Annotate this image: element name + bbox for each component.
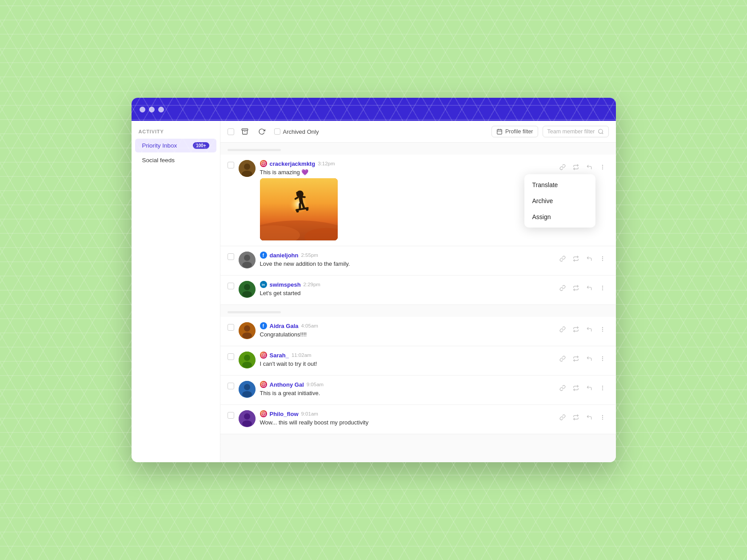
username-philo-flow[interactable]: Philo_flow <box>270 411 299 417</box>
archived-checkbox[interactable] <box>274 128 280 135</box>
archived-only-label: Archived Only <box>283 128 319 135</box>
team-filter-label: Team member filter <box>547 128 595 135</box>
retweet-action-icon[interactable] <box>570 282 582 294</box>
link-action-icon[interactable] <box>556 411 569 424</box>
link-action-icon[interactable] <box>556 323 569 336</box>
feed-text-crackerjackmktg: This is amazing 💜 <box>260 169 552 176</box>
reply-action-icon[interactable] <box>583 161 595 173</box>
svg-rect-1 <box>497 129 502 134</box>
profile-filter[interactable]: Profile filter <box>491 126 538 137</box>
app-body: ACTIVITY Priority Inbox 100+ Social feed… <box>132 121 616 462</box>
svg-point-45 <box>242 332 252 339</box>
instagram-icon <box>260 160 267 167</box>
feed-item-checkbox[interactable] <box>228 162 234 168</box>
feed-item-actions-philo-flow <box>556 411 609 424</box>
username-aidra-gala[interactable]: Aidra Gala <box>270 323 299 329</box>
svg-point-54 <box>264 354 264 354</box>
app-window: ACTIVITY Priority Inbox 100+ Social feed… <box>132 98 616 462</box>
dropdown-item-archive[interactable]: Archive <box>524 193 595 209</box>
reply-action-icon[interactable] <box>583 252 595 265</box>
reply-action-icon[interactable] <box>583 411 595 424</box>
feed-text-swimspesh: Let's get started <box>260 290 552 296</box>
feed-item-header: Philo_flow 9:01am <box>260 410 552 417</box>
titlebar-dot-3[interactable] <box>158 107 164 112</box>
more-action-icon[interactable]: Translate Archive Assign <box>596 161 609 173</box>
feed-item-checkbox[interactable] <box>228 283 234 289</box>
username-anthony-gal[interactable]: Anthony Gal <box>270 381 304 388</box>
reply-action-icon[interactable] <box>583 382 595 394</box>
link-action-icon[interactable] <box>556 161 569 173</box>
feed-item-checkbox[interactable] <box>228 353 234 360</box>
svg-point-74 <box>602 417 603 418</box>
avatar-crackerjackmktg <box>239 160 256 177</box>
retweet-action-icon[interactable] <box>570 382 582 394</box>
refresh-icon-btn[interactable] <box>256 125 268 138</box>
username-danieljohn[interactable]: danieljohn <box>270 252 299 259</box>
link-action-icon[interactable] <box>556 252 569 265</box>
feed-item-checkbox[interactable] <box>228 412 234 419</box>
reply-action-icon[interactable] <box>583 352 595 365</box>
timestamp-crackerjackmktg: 3:12pm <box>318 161 335 166</box>
svg-point-73 <box>602 415 603 416</box>
feed-item-header: Anthony Gal 9:05am <box>260 381 552 388</box>
feed-item-header: crackerjackmktg 3:12pm <box>260 160 552 167</box>
avatar-anthony-gal <box>239 381 256 398</box>
svg-point-36 <box>602 260 603 261</box>
dropdown-item-translate[interactable]: Translate <box>524 177 595 193</box>
feed-item-crackerjackmktg: crackerjackmktg 3:12pm This is amazing 💜 <box>220 155 616 246</box>
titlebar-dot-1[interactable] <box>140 107 145 112</box>
retweet-action-icon[interactable] <box>570 161 582 173</box>
retweet-action-icon[interactable] <box>570 411 582 424</box>
username-swimspesh[interactable]: swimspesh <box>270 281 301 288</box>
sidebar-item-social-feeds[interactable]: Social feeds <box>135 153 216 167</box>
archived-only-filter[interactable]: Archived Only <box>274 128 319 135</box>
svg-rect-0 <box>242 129 248 130</box>
dropdown-item-assign[interactable]: Assign <box>524 209 595 225</box>
link-action-icon[interactable] <box>556 282 569 294</box>
svg-point-56 <box>602 358 603 359</box>
username-sarah[interactable]: Sarah_ <box>270 352 289 359</box>
more-action-icon[interactable] <box>596 323 609 336</box>
titlebar-dot-2[interactable] <box>149 107 155 112</box>
svg-point-48 <box>602 331 603 332</box>
feed-item-body: Sarah_ 11:02am I can't wait to try it ou… <box>260 352 552 370</box>
more-action-icon[interactable] <box>596 252 609 265</box>
sidebar-item-priority-inbox[interactable]: Priority Inbox 100+ <box>135 139 216 152</box>
feed-item-actions-aidra-gala <box>556 323 609 336</box>
archive-icon-btn[interactable] <box>239 125 251 138</box>
more-action-icon[interactable] <box>596 411 609 424</box>
svg-point-50 <box>244 355 250 361</box>
svg-rect-10 <box>261 162 265 165</box>
feed-item-checkbox[interactable] <box>228 324 234 331</box>
retweet-action-icon[interactable] <box>570 252 582 265</box>
team-member-filter[interactable]: Team member filter <box>543 126 609 137</box>
more-action-icon[interactable] <box>596 282 609 294</box>
feed-item-actions-swimspesh <box>556 282 609 294</box>
main-content: Archived Only Profile filter Team member… <box>220 121 616 462</box>
more-action-icon[interactable] <box>596 382 609 394</box>
reply-action-icon[interactable] <box>583 282 595 294</box>
more-action-icon[interactable] <box>596 352 609 365</box>
link-action-icon[interactable] <box>556 382 569 394</box>
svg-point-11 <box>263 163 264 164</box>
avatar-aidra-gala <box>239 322 256 339</box>
feed-divider-2 <box>228 311 281 313</box>
timestamp-danieljohn: 2:55pm <box>301 252 318 258</box>
facebook-icon: f <box>260 252 267 259</box>
retweet-action-icon[interactable] <box>570 352 582 365</box>
username-crackerjackmktg[interactable]: crackerjackmktg <box>270 160 316 167</box>
feed-item-checkbox[interactable] <box>228 253 234 260</box>
feed-item-header: in swimspesh 2:29pm <box>260 281 552 288</box>
sidebar-item-label: Social feeds <box>142 157 175 164</box>
retweet-action-icon[interactable] <box>570 323 582 336</box>
svg-point-59 <box>244 384 250 390</box>
svg-line-6 <box>602 133 603 134</box>
svg-point-12 <box>264 162 264 163</box>
reply-action-icon[interactable] <box>583 323 595 336</box>
svg-point-64 <box>602 386 603 387</box>
timestamp-sarah: 11:02am <box>292 352 312 358</box>
link-action-icon[interactable] <box>556 352 569 365</box>
avatar-philo-flow <box>239 410 256 427</box>
feed-item-checkbox[interactable] <box>228 383 234 389</box>
select-all-checkbox[interactable] <box>228 128 234 135</box>
